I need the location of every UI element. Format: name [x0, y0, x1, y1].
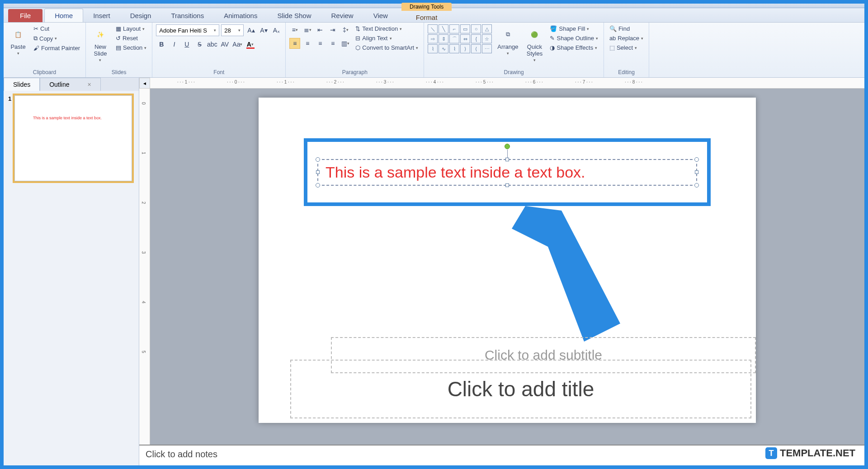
shape-free3-icon[interactable]: ⌇ [449, 44, 459, 53]
replace-button[interactable]: abReplace▾ [608, 34, 645, 42]
new-slide-button[interactable]: ✨ New Slide▾ [90, 24, 111, 64]
shape-arrow-r-icon[interactable]: ⇨ [428, 34, 438, 43]
cut-button[interactable]: ✂Cut [32, 24, 82, 33]
panel-tab-slides[interactable]: Slides [4, 78, 40, 91]
align-text-button[interactable]: ⊟Align Text▾ [354, 34, 420, 42]
handle-ml[interactable] [316, 170, 320, 174]
section-button[interactable]: ▤Section▾ [114, 43, 148, 52]
tab-view[interactable]: View [363, 9, 398, 22]
shape-triangle-icon[interactable]: △ [482, 24, 492, 33]
handle-tl[interactable] [316, 157, 320, 162]
font-name-selector[interactable]: Adobe Fan Heiti S▾ [156, 24, 219, 36]
underline-button[interactable]: U [181, 39, 192, 50]
shape-oval-icon[interactable]: ○ [471, 24, 481, 33]
indent-button[interactable]: ⇥ [327, 24, 338, 35]
text-direction-icon: ⇅ [355, 25, 360, 32]
panel-tab-outline[interactable]: Outline× [40, 78, 101, 91]
bold-button[interactable]: B [156, 39, 167, 50]
clear-format-icon[interactable]: Aₓ [271, 25, 282, 36]
close-panel-icon[interactable]: × [88, 81, 91, 88]
shape-arrow-ud-icon[interactable]: ⇕ [439, 34, 448, 43]
shadow-button[interactable]: abc [207, 39, 217, 50]
slide-viewport[interactable]: This is a sample text inside a text box.… [150, 89, 864, 445]
font-size-selector[interactable]: 28▾ [221, 24, 244, 36]
numbering-button[interactable]: ≣▾ [302, 24, 313, 35]
textbox-selected[interactable]: This is a sample text inside a text box. [317, 159, 697, 186]
find-button[interactable]: 🔍Find [608, 24, 632, 33]
justify-button[interactable]: ≡ [327, 38, 338, 49]
tab-animations[interactable]: Animations [214, 9, 267, 22]
copy-button[interactable]: ⧉Copy▾ [32, 34, 82, 43]
shape-outline-button[interactable]: ✎Shape Outline▾ [548, 34, 599, 42]
spacing-button[interactable]: AV [219, 39, 230, 50]
shape-curve-icon[interactable]: ⌒ [449, 34, 459, 43]
font-group-label: Font [156, 68, 282, 76]
group-font: Adobe Fan Heiti S▾ 28▾ A▴ A▾ Aₓ B I U S̶… [152, 23, 286, 77]
align-center-button[interactable]: ≡ [302, 38, 313, 49]
tab-design[interactable]: Design [120, 9, 161, 22]
reset-button[interactable]: ↺Reset [114, 34, 148, 42]
text-direction-button[interactable]: ⇅Text Direction▾ [354, 24, 420, 33]
shape-free1-icon[interactable]: ⌇ [428, 44, 438, 53]
new-slide-icon: ✨ [92, 26, 108, 42]
shape-free2-icon[interactable]: ∿ [439, 44, 448, 53]
shape-star-icon[interactable]: ☆ [482, 34, 492, 43]
horizontal-ruler[interactable]: · · · 1 · · ·· · · 0 · · ·· · · 1 · · ··… [150, 78, 864, 89]
slide-canvas[interactable]: This is a sample text inside a text box.… [259, 98, 756, 423]
handle-bm[interactable] [505, 183, 509, 187]
tab-format[interactable]: Format [401, 11, 452, 24]
tab-slideshow[interactable]: Slide Show [267, 9, 321, 22]
shape-line2-icon[interactable]: ╲ [439, 24, 448, 33]
thumbnails-area[interactable]: 1 This is a sample text inside a text bo… [4, 91, 139, 465]
shape-arrow-lr-icon[interactable]: ⇔ [460, 34, 470, 43]
shape-more-icon[interactable]: ⋯ [482, 44, 492, 53]
rotation-handle[interactable] [505, 144, 510, 149]
shape-brace-icon[interactable]: { [471, 34, 481, 43]
notes-pane[interactable]: Click to add notes [139, 445, 864, 465]
columns-button[interactable]: ▥▾ [340, 38, 351, 49]
quick-styles-button[interactable]: 🟢Quick Styles▾ [524, 24, 545, 64]
increase-font-icon[interactable]: A▴ [245, 25, 256, 36]
tab-review[interactable]: Review [321, 9, 363, 22]
textbox-content[interactable]: This is a sample text inside a text box. [326, 164, 689, 181]
bullets-button[interactable]: ≡▾ [289, 24, 300, 35]
slide-thumbnail-1[interactable]: This is a sample text inside a text box. [14, 95, 132, 181]
font-color-button[interactable]: A▾ [245, 39, 255, 50]
outdent-button[interactable]: ⇤ [315, 24, 326, 35]
file-tab[interactable]: File [8, 9, 42, 22]
handle-tr[interactable] [694, 157, 699, 162]
arrange-button[interactable]: ⧉Arrange▾ [495, 24, 521, 57]
tab-insert[interactable]: Insert [83, 9, 120, 22]
title-placeholder[interactable]: Click to add title [290, 360, 751, 418]
shapes-gallery[interactable]: ＼╲⌐▭○△ ⇨⇕⌒⇔{☆ ⌇∿⌇⟩⟨⋯ [428, 24, 492, 53]
shape-fill-button[interactable]: 🪣Shape Fill▾ [548, 24, 599, 33]
layout-button[interactable]: ▦Layout▾ [114, 24, 148, 33]
smartart-button[interactable]: ⬡Convert to SmartArt▾ [354, 43, 420, 52]
copy-icon: ⧉ [33, 35, 38, 42]
italic-button[interactable]: I [169, 39, 179, 50]
align-left-button[interactable]: ≡ [289, 38, 300, 49]
handle-mr[interactable] [695, 170, 698, 174]
shape-line-icon[interactable]: ＼ [428, 24, 438, 33]
ruler-corner[interactable]: ◄ [139, 78, 150, 89]
handle-tm[interactable] [505, 158, 509, 161]
paste-button[interactable]: 📋 Paste▾ [7, 24, 29, 57]
shape-free4-icon[interactable]: ⟩ [460, 44, 470, 53]
select-button[interactable]: ⬚Select▾ [608, 43, 639, 52]
decrease-font-icon[interactable]: A▾ [258, 25, 269, 36]
handle-bl[interactable] [316, 183, 320, 188]
tab-home[interactable]: Home [44, 9, 83, 22]
handle-br[interactable] [694, 183, 699, 188]
case-button[interactable]: Aa▾ [232, 39, 243, 50]
shape-connector-icon[interactable]: ⌐ [449, 24, 459, 33]
shape-rect-icon[interactable]: ▭ [460, 24, 470, 33]
line-spacing-button[interactable]: ‡▾ [340, 24, 351, 35]
strike-button[interactable]: S̶ [194, 39, 205, 50]
align-right-button[interactable]: ≡ [315, 38, 326, 49]
layout-icon: ▦ [116, 25, 121, 32]
tab-transitions[interactable]: Transitions [161, 9, 214, 22]
format-painter-button[interactable]: 🖌Format Painter [32, 44, 82, 52]
vertical-ruler[interactable]: 012345 [139, 89, 150, 445]
shape-free5-icon[interactable]: ⟨ [471, 44, 481, 53]
shape-effects-button[interactable]: ◑Shape Effects▾ [548, 43, 599, 52]
